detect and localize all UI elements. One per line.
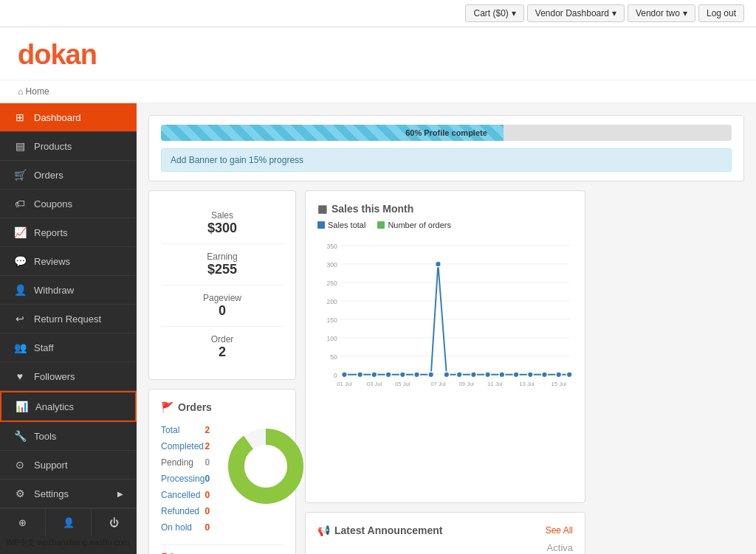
order-onhold-label[interactable]: On hold	[161, 522, 192, 533]
svg-text:0: 0	[334, 372, 337, 379]
dashboard-icon: ⊞	[13, 111, 27, 123]
sidebar-label-reports: Reports	[34, 227, 68, 238]
order-completed-label[interactable]: Completed	[161, 441, 204, 451]
logo-area: dokan	[0, 27, 756, 80]
svg-text:11 Jul: 11 Jul	[487, 381, 503, 387]
sidebar-item-products[interactable]: ▤ Products	[0, 132, 137, 161]
order-refunded-label[interactable]: Refunded	[161, 506, 199, 516]
sidebar-item-orders[interactable]: 🛒 Orders	[0, 161, 137, 190]
banner-notice[interactable]: Add Banner to gain 15% progress	[161, 148, 732, 172]
sidebar-item-reviews[interactable]: 💬 Reviews	[0, 247, 137, 276]
svg-point-25	[428, 372, 434, 378]
sidebar-bottom-power[interactable]: ⏻	[92, 509, 137, 536]
order-row-cancelled: Cancelled 0	[161, 487, 210, 503]
reports-icon: 📈	[13, 226, 27, 238]
sidebar-label-orders: Orders	[34, 170, 63, 181]
svg-point-33	[527, 372, 533, 378]
power-icon: ⏻	[109, 517, 119, 528]
chart-legend: Sales total Number of orders	[317, 221, 573, 229]
order-processing-label[interactable]: Processing	[161, 474, 205, 484]
sidebar-item-settings[interactable]: ⚙ Settings ▶	[0, 479, 137, 508]
legend-dot-sales	[317, 221, 325, 229]
legend-label-sales: Sales total	[328, 221, 365, 229]
sidebar-item-reports[interactable]: 📈 Reports	[0, 218, 137, 247]
svg-point-29	[471, 372, 477, 378]
see-all-button[interactable]: See All	[546, 525, 573, 536]
sidebar-item-dashboard[interactable]: ⊞ Dashboard	[0, 103, 137, 132]
svg-point-20	[357, 372, 363, 378]
progress-label: 60% Profile complete	[405, 128, 487, 137]
order-pending-label: Pending	[161, 457, 193, 468]
stat-earning: Earning $255	[161, 244, 284, 285]
svg-text:150: 150	[326, 316, 337, 324]
sidebar-item-coupons[interactable]: 🏷 Coupons	[0, 190, 137, 218]
banner-notice-text: Add Banner to gain 15% progress	[171, 155, 303, 165]
svg-point-30	[485, 372, 491, 378]
vendor-dashboard-button[interactable]: Vendor Dashboard ▾	[527, 4, 625, 22]
svg-point-27	[444, 372, 450, 378]
legend-sales-total: Sales total	[317, 221, 365, 229]
sidebar-item-support[interactable]: ⊙ Support	[0, 451, 137, 479]
pageview-value: 0	[161, 303, 284, 319]
sidebar-item-tools[interactable]: 🔧 Tools	[0, 422, 137, 451]
legend-label-orders: Number of orders	[388, 221, 451, 229]
order-total-value: 2	[205, 425, 210, 435]
main-wrapper: ⊞ Dashboard ▤ Products 🛒 Orders 🏷 Coupon…	[0, 103, 756, 554]
orders-grid: Total 2 Completed 2 Pending 0	[161, 422, 284, 536]
sidebar-label-return: Return Request	[34, 314, 101, 325]
sidebar-bottom-profile[interactable]: ⊕	[0, 509, 46, 536]
order-processing-value: 0	[205, 474, 210, 484]
svg-text:50: 50	[330, 353, 337, 361]
coupons-icon: 🏷	[13, 198, 27, 210]
followers-icon: ♥	[13, 370, 27, 382]
return-icon: ↩	[13, 313, 27, 325]
profile-icon: ⊕	[18, 517, 27, 528]
legend-dot-orders	[377, 221, 385, 229]
sidebar-item-analytics[interactable]: 📊 Analytics	[0, 391, 137, 422]
svg-point-35	[556, 372, 562, 378]
home-link[interactable]: Home	[26, 86, 49, 97]
sidebar-bottom-user[interactable]: 👤	[46, 509, 92, 536]
order-cancelled-label[interactable]: Cancelled	[161, 490, 200, 500]
svg-point-26	[436, 261, 441, 267]
sidebar-label-withdraw: Withdraw	[34, 285, 74, 296]
sidebar-label-followers: Followers	[34, 371, 75, 382]
stats-card: Sales $300 Earning $255 Pageview 0 Order…	[148, 190, 296, 380]
sidebar-item-followers[interactable]: ♥ Followers	[0, 362, 137, 391]
staff-icon: 👥	[13, 342, 27, 353]
svg-point-21	[371, 372, 377, 378]
svg-text:250: 250	[326, 280, 337, 287]
chart-section: ▦ Sales this Month Sales total Number of…	[305, 190, 585, 503]
right-col: ▦ Sales this Month Sales total Number of…	[305, 190, 585, 554]
order-onhold-value: 0	[205, 522, 210, 533]
logout-button[interactable]: Log out	[698, 4, 744, 22]
progress-section: 60% Profile complete Add Banner to gain …	[148, 115, 744, 181]
chart-header: ▦ Sales this Month	[317, 203, 573, 215]
svg-text:07 Jul: 07 Jul	[430, 381, 446, 387]
order-row-pending: Pending 0	[161, 454, 210, 471]
order-refunded-value: 0	[205, 506, 210, 516]
home-icon: ⌂	[18, 86, 23, 97]
svg-point-31	[499, 372, 505, 378]
top-navigation: Cart ($0) ▾ Vendor Dashboard ▾ Vendor tw…	[0, 0, 756, 27]
sales-chart-svg: 350 300 250 200 150 100 50 0	[317, 235, 573, 398]
breadcrumb: ⌂ Home	[0, 80, 756, 103]
svg-text:01 Jul: 01 Jul	[337, 381, 352, 387]
sidebar-item-return-request[interactable]: ↩ Return Request	[0, 305, 137, 333]
sidebar-item-staff[interactable]: 👥 Staff	[0, 333, 137, 362]
svg-point-36	[566, 372, 572, 378]
legend-orders-count: Number of orders	[377, 221, 451, 229]
order-total-label[interactable]: Total	[161, 425, 179, 435]
cart-button[interactable]: Cart ($0) ▾	[465, 4, 523, 22]
orders-title: Orders	[178, 401, 212, 413]
vendor-two-button[interactable]: Vendor two ▾	[628, 4, 695, 22]
order-row-refunded: Refunded 0	[161, 503, 210, 519]
left-stats: Sales $300 Earning $255 Pageview 0 Order…	[148, 190, 296, 554]
order-completed-value: 2	[205, 441, 210, 451]
order-cancelled-value: 0	[205, 490, 210, 500]
announcement-title: 📢 Latest Announcement	[317, 524, 443, 536]
sidebar-item-withdraw[interactable]: 👤 Withdraw	[0, 276, 137, 305]
orders-icon: 🛒	[13, 169, 27, 181]
analytics-icon: 📊	[15, 401, 28, 412]
svg-text:03 Jul: 03 Jul	[367, 381, 382, 387]
